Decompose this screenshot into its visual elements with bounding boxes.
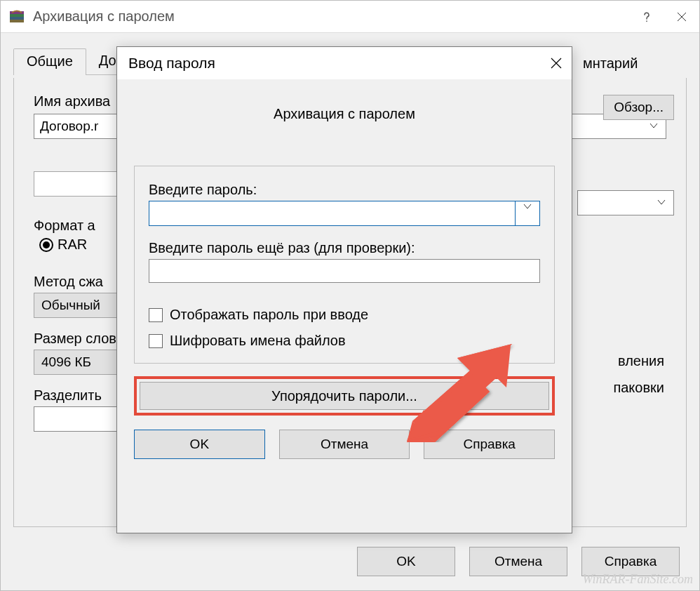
archive-name-text: Договор.r [40,119,98,134]
modal-buttons: OK Отмена Справка [134,430,555,459]
titlebar: Архивация с паролем [1,1,699,33]
show-password-label: Отображать пароль при вводе [170,307,368,323]
partial-label-2: паковки [613,380,664,396]
ok-button[interactable]: OK [357,547,455,576]
svg-rect-1 [10,14,24,17]
browse-button[interactable]: Обзор... [603,95,674,120]
svg-rect-2 [10,17,24,20]
show-password-checkbox[interactable]: Отображать пароль при вводе [149,307,540,323]
close-icon[interactable] [664,1,699,33]
modal-help-button[interactable]: Справка [424,430,555,459]
modal-close-icon[interactable] [541,47,572,79]
encrypt-names-label: Шифровать имена файлов [170,333,346,349]
tab-comment[interactable]: мнтарий [583,55,638,72]
window-title: Архивация с паролем [33,8,629,25]
dict-value: 4096 КБ [41,354,91,370]
format-rar-label: RAR [58,237,87,253]
chevron-down-icon[interactable] [649,119,659,134]
modal-ok-button[interactable]: OK [134,430,265,459]
partial-label-1: вления [618,353,664,369]
right-dropdown[interactable] [577,190,674,215]
method-select[interactable]: Обычный [34,293,125,318]
modal-title: Ввод пароля [128,55,541,72]
method-value: Обычный [41,298,100,313]
modal-subtitle: Архивация с паролем [117,106,572,122]
dict-select[interactable]: 4096 КБ [34,350,125,375]
cancel-button[interactable]: Отмена [469,547,567,576]
tab-general[interactable]: Общие [13,48,86,75]
chevron-down-icon[interactable] [523,201,532,214]
profiles-dropdown[interactable] [34,171,125,197]
svg-rect-3 [10,20,24,22]
password-fieldset: Введите пароль: Введите пароль ещё раз (… [134,166,555,364]
confirm-password-label: Введите пароль ещё раз (для проверки): [149,240,540,256]
split-input[interactable] [34,406,125,432]
radio-selected-icon [39,238,53,252]
confirm-password-input[interactable] [149,259,540,283]
watermark: WinRAR-FanSite.com [583,572,693,587]
organize-passwords-button[interactable]: Упорядочить пароли... [140,382,549,410]
checkbox-icon [149,308,163,322]
organize-highlight: Упорядочить пароли... [134,376,555,416]
winrar-icon [8,8,26,26]
password-dialog: Ввод пароля Архивация с паролем Введите … [116,46,572,533]
enter-password-label: Введите пароль: [149,182,540,198]
modal-titlebar: Ввод пароля [117,47,572,79]
checkbox-icon [149,334,163,348]
chevron-down-icon[interactable] [657,195,666,211]
encrypt-names-checkbox[interactable]: Шифровать имена файлов [149,333,540,349]
help-icon[interactable] [629,1,664,33]
modal-cancel-button[interactable]: Отмена [279,430,410,459]
password-input[interactable] [149,201,540,226]
